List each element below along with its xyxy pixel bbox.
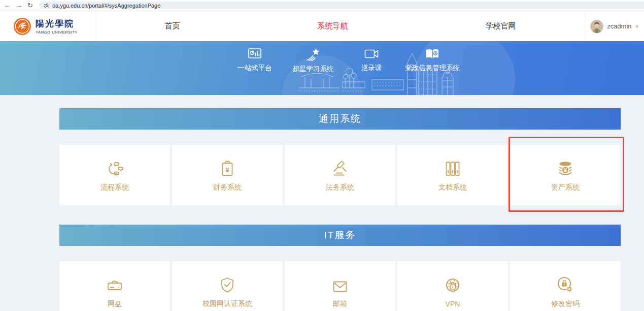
coins-icon: ¥: [556, 159, 574, 177]
finance-clipboard-icon: ¥: [220, 159, 234, 177]
section-header-general-systems: 通用系统: [59, 108, 621, 130]
card-label: 校园网认证系统: [202, 299, 252, 308]
it-services-cards: 网盘 校园网认证系统 邮箱: [59, 261, 621, 311]
card-label: 流程系统: [100, 183, 129, 192]
quick-links: 一站式平台 超星学习系统 巡录课: [227, 48, 465, 74]
address-bar[interactable]: oa.ygu.edu.cn/portal/#/sysAggregationPag…: [39, 2, 644, 9]
shield-check-icon: [220, 275, 235, 293]
quicklink-class-recording[interactable]: 巡录课: [344, 48, 399, 74]
hero-banner: 一站式平台 超星学习系统 巡录课: [0, 41, 644, 95]
card-label: 法务系统: [326, 183, 354, 192]
card-label: 文档系统: [438, 183, 467, 192]
logo-emblem-icon: [13, 17, 31, 36]
presentation-chart-icon: [247, 48, 262, 60]
nav-home[interactable]: 首页: [165, 21, 180, 31]
svg-text:¥: ¥: [564, 167, 567, 173]
binders-icon: [445, 159, 461, 177]
video-camera-icon: [364, 48, 379, 60]
quicklink-chaoxing-learning[interactable]: 超星学习系统: [283, 48, 344, 74]
card-process-system[interactable]: 流程系统: [59, 145, 170, 205]
card-label: 资产系统: [551, 183, 580, 192]
drive-cloud-icon: [106, 275, 124, 293]
section-header-it-services: IT服务: [59, 225, 621, 246]
quicklink-one-stop-platform[interactable]: 一站式平台: [227, 48, 283, 74]
card-label: VPN: [446, 300, 460, 308]
general-systems-cards: 流程系统 ¥ 财务系统 法务系统: [59, 145, 621, 205]
quicklink-label: 党政信息管理系统: [405, 64, 460, 73]
lock-gear-icon: [557, 275, 574, 293]
quicklink-label: 超星学习系统: [293, 65, 334, 74]
nav-system-navigation[interactable]: 系统导航: [318, 21, 348, 31]
comet-star-icon: [306, 48, 320, 61]
university-logo[interactable]: 陽光學院 YANGO UNIVERSITY: [0, 11, 95, 41]
chevron-down-icon: ∨: [635, 23, 639, 29]
card-asset-system[interactable]: ¥ 资产系统: [510, 145, 621, 205]
logo-title: 陽光學院: [36, 18, 78, 29]
user-menu[interactable]: zcadmin ∨: [585, 11, 644, 41]
svg-text:¥: ¥: [225, 166, 229, 173]
envelope-icon: [332, 275, 348, 293]
card-label: 修改密码: [551, 299, 580, 308]
gavel-icon: [331, 159, 349, 177]
card-legal-system[interactable]: 法务系统: [285, 145, 395, 205]
quicklink-party-info-system[interactable]: 党政信息管理系统: [399, 48, 465, 74]
avatar: [590, 20, 603, 33]
quicklink-label: 一站式平台: [238, 64, 272, 73]
forward-icon[interactable]: →: [16, 2, 22, 9]
workflow-icon: [106, 159, 124, 177]
main-nav: 首页 系统导航 学校官网: [95, 11, 585, 41]
card-label: 邮箱: [333, 299, 347, 308]
card-document-system[interactable]: 文档系统: [397, 145, 508, 205]
card-vpn[interactable]: VPN: [397, 261, 508, 311]
browser-bar: ← → ↻ oa.ygu.edu.cn/portal/#/sysAggregat…: [0, 0, 644, 11]
card-label: 财务系统: [213, 183, 242, 192]
url-text: oa.ygu.edu.cn/portal/#/sysAggregationPag…: [52, 3, 160, 9]
globe-lock-icon: [445, 275, 461, 294]
reload-icon[interactable]: ↻: [27, 2, 33, 9]
open-book-icon: [425, 48, 439, 60]
card-change-password[interactable]: 修改密码: [510, 261, 621, 311]
card-mail[interactable]: 邮箱: [285, 261, 395, 311]
site-header: 陽光學院 YANGO UNIVERSITY 首页 系统导航 学校官网 zcadm…: [0, 11, 644, 41]
card-label: 网盘: [108, 299, 122, 308]
section-title: IT服务: [324, 229, 356, 242]
card-netdisk[interactable]: 网盘: [59, 261, 170, 311]
nav-school-site[interactable]: 学校官网: [486, 21, 516, 31]
section-title: 通用系统: [319, 112, 361, 126]
quicklink-label: 巡录课: [361, 64, 382, 73]
logo-subtitle: YANGO UNIVERSITY: [36, 30, 78, 35]
user-name: zcadmin: [607, 22, 631, 30]
card-campus-network-auth[interactable]: 校园网认证系统: [172, 261, 283, 311]
card-finance-system[interactable]: ¥ 财务系统: [172, 145, 283, 205]
tune-icon: [43, 3, 49, 9]
back-icon[interactable]: ←: [4, 2, 11, 9]
